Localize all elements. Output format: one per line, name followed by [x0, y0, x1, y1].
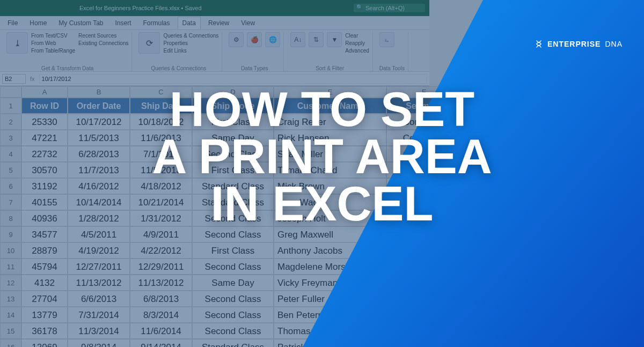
formula-input[interactable]: 10/17/2012: [39, 74, 427, 84]
filter-advanced[interactable]: Advanced: [345, 47, 369, 55]
window-title: Excel for Beginners Practice Files.xlsx …: [79, 5, 202, 11]
row-head[interactable]: 12: [0, 275, 21, 291]
brand-word-2: DNA: [605, 40, 623, 48]
group-label-tools: Data Tools: [379, 65, 405, 71]
row-head[interactable]: 13: [0, 291, 21, 307]
tab-file[interactable]: File: [3, 17, 22, 29]
cell[interactable]: 8/3/2014: [130, 307, 192, 323]
row-head[interactable]: 10: [0, 242, 21, 259]
cell[interactable]: Second Class: [192, 291, 274, 307]
headline-line1: HOW TO SET: [152, 86, 492, 133]
cell[interactable]: 7/31/2014: [68, 307, 130, 323]
sort-az-icon[interactable]: A↓: [290, 32, 305, 47]
headline-line2: A PRINT AREA: [152, 133, 492, 180]
headline: HOW TO SET A PRINT AREA IN EXCEL: [152, 86, 492, 228]
cell[interactable]: 45794: [21, 259, 68, 275]
cell[interactable]: Second Class: [192, 259, 274, 275]
row-head[interactable]: 14: [0, 307, 21, 323]
tab-review[interactable]: Review: [204, 17, 233, 29]
tab-formulas[interactable]: Formulas: [139, 17, 174, 29]
ribbon: ⤓ From Text/CSV From Web From Table/Rang…: [0, 30, 429, 72]
ribbon-tabs: File Home My Custom Tab Insert Formulas …: [0, 16, 429, 30]
existing-connections[interactable]: Existing Connections: [78, 40, 128, 47]
brand-logo: ENTERPRISE DNA: [535, 40, 623, 48]
tab-data[interactable]: Data: [178, 17, 201, 29]
cell[interactable]: 28879: [21, 242, 68, 259]
cell[interactable]: Second Class: [192, 323, 274, 339]
ribbon-group-queries: ⟳ Queries & Connections Properties Edit …: [135, 32, 222, 71]
cell[interactable]: 11/13/2012: [130, 275, 192, 291]
fx-icon[interactable]: fx: [28, 76, 37, 82]
cell[interactable]: 4132: [21, 275, 68, 291]
from-text-csv[interactable]: From Text/CSV: [31, 32, 75, 40]
title-bar: Excel for Beginners Practice Files.xlsx …: [0, 0, 429, 16]
datatype-auto-icon[interactable]: ⚙: [229, 32, 244, 47]
ribbon-group-tools: ⎁ Data Tools: [376, 32, 408, 71]
cell[interactable]: First Class: [192, 242, 274, 259]
group-label-get-data: Get & Transform Data: [6, 65, 128, 71]
properties[interactable]: Properties: [163, 40, 218, 47]
recent-sources[interactable]: Recent Sources: [78, 32, 128, 40]
ribbon-group-get-data: ⤓ From Text/CSV From Web From Table/Rang…: [3, 32, 132, 71]
group-label-sortfilter: Sort & Filter: [290, 65, 369, 71]
from-table-range[interactable]: From Table/Range: [31, 47, 75, 55]
row-head[interactable]: 16: [0, 339, 21, 347]
cell[interactable]: 4/22/2012: [130, 242, 192, 259]
cell[interactable]: 9/8/2014: [68, 339, 130, 347]
cell[interactable]: 12/27/2011: [68, 259, 130, 275]
search-box[interactable]: Search (Alt+Q): [354, 4, 425, 12]
cell[interactable]: 11/13/2012: [68, 275, 130, 291]
tab-custom[interactable]: My Custom Tab: [54, 17, 107, 29]
name-box[interactable]: B2: [2, 74, 26, 84]
tab-home[interactable]: Home: [25, 17, 51, 29]
cell[interactable]: 6/6/2013: [68, 291, 130, 307]
datatype-geo-icon[interactable]: 🌐: [265, 32, 280, 47]
filter-icon[interactable]: ▼: [327, 32, 342, 47]
from-web[interactable]: From Web: [31, 40, 75, 47]
dna-icon: [535, 40, 543, 48]
cell[interactable]: 6/8/2013: [130, 291, 192, 307]
refresh-all-icon[interactable]: ⟳: [138, 32, 160, 54]
cell[interactable]: 34577: [21, 226, 68, 242]
cell[interactable]: Standard Class: [192, 339, 274, 347]
cell[interactable]: 11/3/2014: [68, 323, 130, 339]
row-head[interactable]: 15: [0, 323, 21, 339]
cell[interactable]: 11/6/2014: [130, 323, 192, 339]
cell[interactable]: 36178: [21, 323, 68, 339]
filter-clear[interactable]: Clear: [345, 32, 369, 40]
ribbon-group-datatypes: ⚙ 🍎 🌐 Data Types: [225, 32, 284, 71]
row-head[interactable]: 11: [0, 259, 21, 275]
cell[interactable]: 12069: [21, 339, 68, 347]
cell[interactable]: 12/29/2011: [130, 259, 192, 275]
headline-line3: IN EXCEL: [152, 180, 492, 227]
tab-view[interactable]: View: [237, 17, 259, 29]
cell[interactable]: 13779: [21, 307, 68, 323]
edit-links[interactable]: Edit Links: [163, 47, 218, 55]
filter-reapply[interactable]: Reapply: [345, 40, 369, 47]
sort-icon[interactable]: ⇅: [309, 32, 324, 47]
brand-word-1: ENTERPRISE: [547, 40, 601, 48]
group-label-queries: Queries & Connections: [138, 65, 218, 71]
cell[interactable]: 4/19/2012: [68, 242, 130, 259]
cell[interactable]: Second Class: [192, 307, 274, 323]
cell[interactable]: 4/5/2011: [68, 226, 130, 242]
group-label-datatypes: Data Types: [229, 65, 280, 71]
ribbon-group-sortfilter: A↓ ⇅ ▼ Clear Reapply Advanced Sort & Fil…: [287, 32, 372, 71]
queries-connections[interactable]: Queries & Connections: [163, 32, 218, 40]
headline-wrap: HOW TO SET A PRINT AREA IN EXCEL: [0, 86, 644, 228]
row-head[interactable]: 9: [0, 226, 21, 242]
cell[interactable]: 4/9/2011: [130, 226, 192, 242]
cell[interactable]: 9/14/2014: [130, 339, 192, 347]
cell[interactable]: Same Day: [192, 275, 274, 291]
cell[interactable]: 27704: [21, 291, 68, 307]
datatype-foods-icon[interactable]: 🍎: [247, 32, 262, 47]
tab-insert[interactable]: Insert: [111, 17, 136, 29]
get-data-icon[interactable]: ⤓: [6, 32, 28, 54]
text-to-columns-icon[interactable]: ⎁: [379, 32, 394, 47]
